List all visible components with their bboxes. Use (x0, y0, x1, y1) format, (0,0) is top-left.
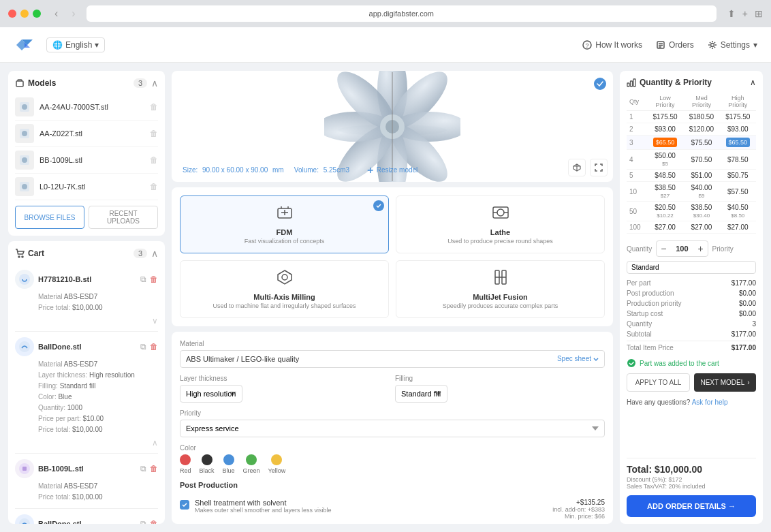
models-collapse[interactable]: ∧ (151, 78, 158, 89)
fullscreen-button[interactable] (590, 159, 608, 176)
globe-icon: 🌐 (52, 40, 63, 50)
svg-point-11 (22, 131, 27, 136)
success-message: Part was added to the cart (627, 358, 756, 368)
quantity-table: Qty LowPriority MedPriority HighPriority… (627, 93, 756, 234)
priority-select[interactable]: Express service (180, 420, 605, 437)
color-dot (202, 454, 213, 465)
pp-checkbox[interactable] (180, 500, 189, 510)
quantity-increase[interactable]: + (694, 241, 708, 256)
filling-select[interactable]: Standard fill (395, 385, 447, 403)
cart-delete-icon[interactable]: 🗑 (150, 275, 158, 284)
quantity-table-row[interactable]: 2 $93.00 $120.00 $93.00 (627, 123, 756, 136)
model-item[interactable]: L0-12U-7K.stl 🗑 (15, 174, 158, 200)
quantity-table-row[interactable]: 100 $27.00 $27.00 $27.00 (627, 221, 756, 234)
add-order-details-button[interactable]: ADD ORDER DETAILS → (627, 495, 756, 517)
quantity-priority-panel: Quantity & Priority ∧ Qty LowPriority Me… (620, 71, 763, 524)
orders-link[interactable]: Orders (656, 40, 694, 50)
material-field[interactable]: ABS Ultimaker / LEGO-like quality Spec s… (180, 350, 605, 368)
color-label: Color (180, 444, 605, 452)
models-count: 3 (133, 78, 147, 88)
model-delete-icon[interactable]: 🗑 (150, 129, 158, 138)
cart-delete-icon[interactable]: 🗑 (150, 464, 158, 473)
quantity-value: 100 (670, 245, 693, 253)
model-item[interactable]: AA-Z022T.stl 🗑 (15, 121, 158, 147)
quantity-table-row[interactable]: 1 $175.50 $180.50 $175.50 (627, 111, 756, 123)
model-thumb (15, 124, 34, 143)
close-button[interactable] (8, 10, 16, 18)
priority-dropdown[interactable]: Standard (627, 261, 756, 274)
svg-text:?: ? (586, 42, 589, 49)
minimize-button[interactable] (20, 10, 29, 18)
quantity-table-row[interactable]: 4 $50.00$5 $70.50 $78.50 (627, 150, 756, 170)
cart-copy-icon[interactable]: ⧉ (140, 275, 146, 284)
qp-collapse[interactable]: ∧ (750, 78, 756, 87)
cart-item: BallDone.stl ⧉ 🗑 Material ABS-ESD7 Layer… (15, 332, 158, 454)
color-blue[interactable]: Blue (223, 454, 235, 474)
mfg-option-fdm[interactable]: FDM Fast visualization of concepts (180, 195, 389, 253)
color-green[interactable]: Green (243, 454, 260, 474)
quantity-table-row[interactable]: 10 $38.50$27 $40.00$9 $57.50 (627, 182, 756, 202)
quantity-table-row[interactable]: 5 $48.50 $51.00 $50.75 (627, 170, 756, 182)
cart-item: H7781210-B.stl ⧉ 🗑 Material ABS-ESD7 Pri… (15, 264, 158, 332)
mfg-option-lathe[interactable]: Lathe Used to produce precise round shap… (396, 195, 605, 253)
resize-model-link[interactable]: Resize model (367, 166, 418, 174)
cart-collapse[interactable]: ∧ (151, 248, 158, 259)
browse-files-button[interactable]: BROWSE FILES (15, 206, 84, 229)
svg-point-9 (22, 104, 27, 110)
color-yellow[interactable]: Yellow (268, 454, 286, 474)
quantity-control-label: Quantity (627, 245, 652, 253)
model-item[interactable]: AA-24AU-7000ST.stl 🗑 (15, 94, 158, 121)
cart-thumb (15, 337, 34, 356)
cart-delete-icon[interactable]: 🗑 (150, 342, 158, 351)
settings-link[interactable]: Settings ▾ (708, 40, 757, 50)
ask-help-link[interactable]: Ask for help (692, 398, 728, 406)
viewer-info: Size: 90.00 x 60.00 x 90.00 mm Volume: 5… (180, 166, 349, 174)
cart-item-expand[interactable]: ∨ (15, 313, 158, 326)
mfg-option-multijet[interactable]: MultiJet Fusion Speedily produces accura… (396, 260, 605, 318)
cube-view-button[interactable] (568, 159, 586, 176)
cube-icon (573, 163, 581, 172)
svg-rect-48 (627, 83, 629, 87)
new-tab-icon[interactable]: + (742, 8, 748, 19)
color-black[interactable]: Black (200, 454, 215, 474)
logo (14, 37, 35, 53)
spec-sheet-link[interactable]: Spec sheet (557, 355, 599, 362)
back-button[interactable]: ‹ (54, 7, 58, 20)
next-model-button[interactable]: NEXT MODEL › (694, 373, 756, 392)
cart-panel: Cart 3 ∧ H7781210-B.stl (8, 241, 165, 524)
cart-copy-icon[interactable]: ⧉ (140, 464, 146, 473)
filling-label: Filling (395, 375, 605, 382)
cart-item: BallDone.stl ⧉ 🗑 Material ABS-ESD7 Price… (15, 509, 158, 524)
apply-to-all-button[interactable]: APPLY TO ALL (627, 373, 690, 392)
cart-copy-icon[interactable]: ⧉ (140, 519, 146, 524)
url-bar[interactable]: app.digifabster.com (86, 5, 717, 22)
language-selector[interactable]: 🌐 English ▾ (46, 37, 105, 52)
quantity-table-row[interactable]: 50 $20.50$10.22 $38.50$30.40 $40.50$8.50 (627, 202, 756, 221)
cart-delete-icon[interactable]: 🗑 (150, 519, 158, 524)
model-delete-icon[interactable]: 🗑 (150, 182, 158, 191)
grid-icon[interactable]: ⊞ (755, 8, 763, 19)
quantity-stepper[interactable]: − 100 + (656, 240, 708, 257)
share-icon[interactable]: ⬆ (727, 8, 736, 19)
models-list: AA-24AU-7000ST.stl 🗑 AA-Z022T.stl 🗑 BB-1… (15, 94, 158, 200)
how-it-works-link[interactable]: ? How It works (582, 40, 642, 50)
quantity-table-row[interactable]: 3 $65.50 $75.50 $65.50 (627, 136, 756, 150)
model-delete-icon[interactable]: 🗑 (150, 102, 158, 112)
color-dot (223, 454, 234, 465)
mfg-option-milling[interactable]: Multi-Axis Milling Used to machine flat … (180, 260, 389, 318)
maximize-button[interactable] (33, 10, 41, 18)
cart-copy-icon[interactable]: ⧉ (140, 342, 146, 351)
manufacturing-panel: FDM Fast visualization of concepts Lathe… (172, 187, 613, 326)
chart-icon (627, 78, 636, 87)
model-delete-icon[interactable]: 🗑 (150, 155, 158, 165)
forward-button: › (72, 7, 75, 20)
model-item[interactable]: BB-1009L.stl 🗑 (15, 147, 158, 174)
layer-thickness-select[interactable]: High resolution (180, 385, 242, 403)
mfg-selected-badge (373, 200, 384, 211)
cart-item: BB-1009L.stl ⧉ 🗑 Material ABS-ESD7 Price… (15, 454, 158, 509)
svg-point-18 (19, 274, 30, 285)
cart-item-collapse[interactable]: ∧ (15, 435, 158, 448)
quantity-decrease[interactable]: − (657, 241, 670, 256)
color-red[interactable]: Red (180, 454, 191, 474)
recent-uploads-button[interactable]: RECENT UPLOADS (89, 206, 158, 229)
